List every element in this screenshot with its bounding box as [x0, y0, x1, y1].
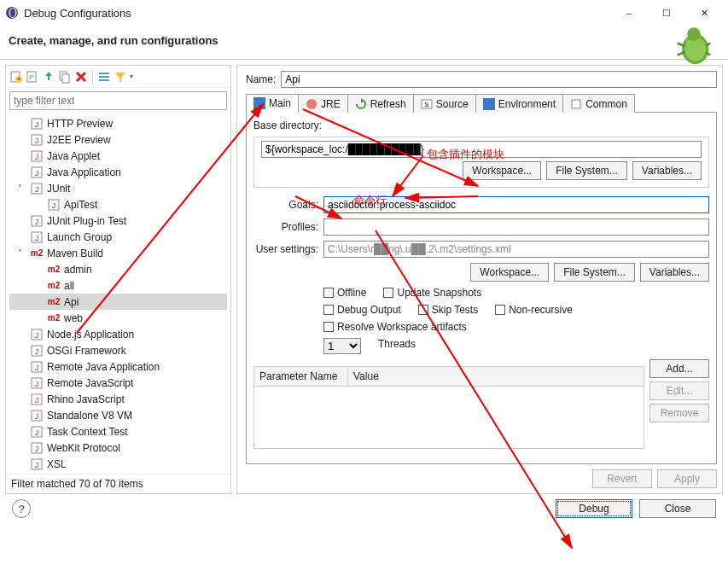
tree-item[interactable]: JNode.js Application: [9, 326, 227, 342]
eclipse-icon: [5, 6, 19, 20]
param-table[interactable]: Parameter Name Value: [253, 366, 644, 449]
svg-text:P: P: [29, 73, 33, 81]
svg-text:J: J: [52, 201, 56, 210]
us-variables-button[interactable]: Variables...: [640, 263, 709, 282]
tab-environment[interactable]: Environment: [475, 94, 563, 113]
tree-item[interactable]: JRhino JavaScript: [9, 391, 227, 407]
tree-item[interactable]: m2admin: [9, 261, 227, 277]
delete-icon[interactable]: [74, 70, 88, 84]
dialog-header: Create, manage, and run configurations: [0, 26, 728, 60]
tree-item[interactable]: JJava Applet: [9, 148, 227, 164]
base-dir-input[interactable]: [261, 141, 702, 158]
refresh-tab-icon: [355, 98, 367, 110]
tree-item[interactable]: JLaunch Group: [9, 229, 227, 245]
us-workspace-button[interactable]: Workspace...: [470, 263, 549, 282]
source-tab-icon: S: [421, 98, 433, 110]
tree-item[interactable]: ˅m2Maven Build: [9, 245, 227, 261]
collapse-icon[interactable]: [97, 70, 111, 84]
col-param-name[interactable]: Parameter Name: [254, 367, 348, 386]
goals-input[interactable]: [323, 196, 709, 213]
export-icon[interactable]: [42, 70, 55, 84]
base-dir-label: Base directory:: [253, 119, 709, 131]
tab-source[interactable]: SSource: [413, 94, 476, 113]
param-remove-button[interactable]: Remove: [649, 404, 709, 422]
base-filesystem-button[interactable]: File System...: [546, 161, 627, 180]
svg-text:J: J: [35, 428, 39, 437]
col-param-value[interactable]: Value: [348, 367, 644, 386]
filter-input[interactable]: [9, 91, 227, 110]
minimize-button[interactable]: –: [610, 1, 648, 25]
non-recursive-checkbox[interactable]: Non-recursive: [495, 304, 573, 316]
tree-item[interactable]: JTask Context Test: [9, 423, 227, 440]
svg-text:J: J: [35, 445, 39, 453]
param-add-button[interactable]: Add...: [649, 359, 709, 378]
offline-checkbox[interactable]: Offline: [323, 287, 366, 299]
tree-item[interactable]: JJ2EE Preview: [9, 131, 227, 148]
update-snapshots-checkbox[interactable]: Update Snapshots: [383, 287, 481, 299]
tree-item[interactable]: JJava Application: [9, 164, 227, 180]
threads-select[interactable]: 1: [323, 338, 361, 354]
common-tab-icon: [570, 98, 582, 110]
svg-marker-21: [115, 73, 125, 82]
toolbar: + P ▾: [6, 66, 230, 88]
usersettings-input[interactable]: [323, 241, 709, 258]
tree-item[interactable]: JRemote Java Application: [9, 358, 227, 375]
debug-button[interactable]: Debug: [556, 499, 632, 518]
tree-item[interactable]: ˅JJUnit: [9, 180, 227, 196]
base-variables-button[interactable]: Variables...: [632, 161, 702, 180]
tree-item[interactable]: JWebKit Protocol: [9, 440, 227, 456]
config-list-pane: + P ▾ JHTTP PreviewJJ2EE PreviewJJava Ap…: [5, 65, 231, 494]
tab-bar: Main JRE Refresh SSource Environment Com…: [246, 93, 717, 113]
revert-button[interactable]: Revert: [592, 469, 652, 488]
new-proto-icon[interactable]: P: [26, 70, 39, 84]
svg-text:J: J: [35, 153, 39, 161]
window-title: Debug Configurations: [24, 7, 610, 20]
tab-refresh[interactable]: Refresh: [347, 94, 414, 113]
config-tree[interactable]: JHTTP PreviewJJ2EE PreviewJJava AppletJJ…: [6, 114, 230, 474]
profiles-input[interactable]: [323, 218, 709, 236]
name-input[interactable]: [281, 71, 717, 88]
tree-item[interactable]: m2web: [9, 310, 227, 326]
svg-text:S: S: [424, 101, 428, 108]
tree-item[interactable]: JStandalone V8 VM: [9, 407, 227, 423]
svg-text:J: J: [35, 331, 39, 340]
svg-text:J: J: [35, 396, 39, 405]
tree-item[interactable]: JJUnit Plug-in Test: [9, 212, 227, 229]
svg-text:+: +: [17, 76, 20, 82]
titlebar: Debug Configurations – ☐ ✕: [0, 0, 728, 26]
close-dialog-button[interactable]: Close: [639, 499, 716, 518]
tree-item[interactable]: JHTTP Preview: [9, 115, 227, 131]
svg-text:J: J: [35, 412, 39, 421]
svg-text:J: J: [35, 364, 39, 372]
resolve-ws-checkbox[interactable]: Resolve Workspace artifacts: [323, 321, 467, 333]
svg-text:J: J: [35, 218, 39, 226]
tab-common[interactable]: Common: [562, 94, 635, 113]
tree-item[interactable]: m2all: [9, 277, 227, 294]
tree-item[interactable]: JRemote JavaScript: [9, 375, 227, 391]
base-workspace-button[interactable]: Workspace...: [463, 161, 541, 180]
apply-button[interactable]: Apply: [657, 469, 717, 488]
tab-main[interactable]: Main: [246, 94, 299, 113]
svg-text:J: J: [35, 347, 39, 356]
help-button[interactable]: ?: [12, 499, 31, 518]
us-filesystem-button[interactable]: File System...: [554, 263, 635, 282]
new-config-icon[interactable]: +: [9, 70, 23, 84]
tree-item[interactable]: JApiTest: [9, 196, 227, 212]
duplicate-icon[interactable]: [58, 70, 72, 84]
debug-output-checkbox[interactable]: Debug Output: [323, 304, 401, 316]
tree-item[interactable]: JXSL: [9, 456, 227, 472]
close-button[interactable]: ✕: [685, 1, 723, 25]
dialog-title: Create, manage, and run configurations: [9, 34, 218, 47]
name-label: Name:: [246, 73, 276, 85]
filter-icon[interactable]: [114, 70, 127, 84]
tree-item[interactable]: JOSGi Framework: [9, 342, 227, 358]
tree-item[interactable]: m2Api: [9, 294, 227, 310]
skip-tests-checkbox[interactable]: Skip Tests: [418, 304, 478, 316]
filter-status: Filter matched 70 of 70 items: [6, 474, 230, 493]
svg-text:J: J: [35, 461, 39, 469]
tab-jre[interactable]: JRE: [298, 94, 348, 113]
maximize-button[interactable]: ☐: [648, 1, 685, 25]
svg-point-4: [685, 38, 707, 61]
svg-point-2: [10, 9, 15, 17]
param-edit-button[interactable]: Edit...: [649, 381, 709, 400]
